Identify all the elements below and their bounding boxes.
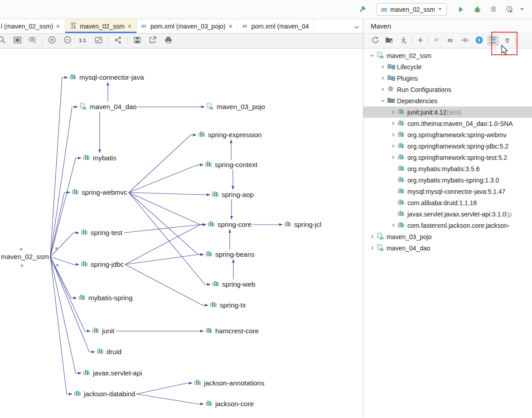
run-configuration-selector[interactable]: m maven_02_ssm [376, 3, 447, 16]
tree-row-mysql-mysql-connector-java-5-1-47[interactable]: mysql:mysql-connector-java:5.1.47 [363, 186, 532, 197]
tree-row-org-springframework-spring-webmv[interactable]: org.springframework:spring-webmv [363, 129, 532, 140]
actual-size-button[interactable]: 1:1 [77, 35, 89, 46]
coverage-button[interactable] [488, 4, 499, 15]
selection-handle[interactable] [56, 264, 58, 266]
diagram-node-spring-web[interactable]: spring-web [212, 280, 255, 288]
diagram-node-jackson-databind[interactable]: jackson-databind [74, 390, 135, 398]
edge-spring-webmvc-to-spring-core [129, 192, 206, 225]
collapse-all-button[interactable] [501, 35, 513, 46]
diagram-node-mysql-connector-java[interactable]: mysql-connector-java [69, 73, 144, 81]
refresh-button[interactable] [369, 35, 381, 46]
tree-row-org-springframework-spring-test-5-2[interactable]: org.springframework:spring-test:5.2 [363, 152, 532, 163]
add-button[interactable] [414, 35, 426, 46]
diagram-node-spring-jcl[interactable]: spring-jcl [284, 221, 321, 228]
close-icon[interactable] [127, 24, 132, 29]
diagram-node-jackson-core[interactable]: jackson-core [205, 400, 254, 408]
close-icon[interactable] [228, 24, 233, 29]
tab-maven_02_ssm[interactable]: maven_02_ssm [65, 19, 137, 33]
chevron-right-icon[interactable] [378, 76, 387, 80]
diagram-node-spring-jdbc[interactable]: spring-jdbc [81, 260, 124, 268]
tree-row-scope: (p [506, 211, 512, 218]
diagram-node-spring-core[interactable]: spring-core [208, 221, 251, 228]
diagram-node-jackson-annotations[interactable]: jackson-annotations [194, 379, 264, 387]
tree-row-org-mybatis-mybatis-spring-1-3-0[interactable]: org.mybatis:mybatis-spring:1.3.0 [363, 174, 532, 186]
chevron-right-icon[interactable] [388, 121, 397, 125]
tree-row-plugins[interactable]: Plugins [363, 72, 532, 84]
tab-overflow-chevron-icon[interactable] [354, 23, 359, 31]
selection-handle[interactable] [20, 248, 22, 250]
selection-handle[interactable] [55, 247, 58, 250]
tree-row-org-mybatis-mybatis-3-5-6[interactable]: org.mybatis:mybatis:3.5.6 [363, 163, 532, 174]
tree-row-junit-junit-4-12[interactable]: junit:junit:4.12 (test) [363, 106, 532, 118]
hammer-build-icon[interactable] [356, 4, 368, 15]
chevron-right-icon[interactable] [368, 235, 377, 239]
show-dependencies-button[interactable] [487, 35, 499, 46]
chevron-right-icon[interactable] [388, 223, 397, 227]
tree-row-lifecycle[interactable]: Lifecycle [363, 61, 532, 72]
selection-handle[interactable] [21, 264, 23, 267]
lib-icon [397, 108, 407, 116]
diagram-node-maven_02_ssm[interactable]: maven_02_ssm [1, 253, 49, 260]
chevron-right-icon[interactable] [388, 144, 397, 148]
diagram-node-label: javax.servlet-api [93, 369, 142, 377]
zoom-tool-button[interactable] [0, 35, 8, 46]
chevron-right-icon[interactable] [378, 65, 387, 69]
chevron-right-icon[interactable] [388, 110, 397, 114]
close-icon[interactable] [56, 24, 60, 29]
sync-folder-button[interactable] [383, 35, 395, 46]
tab-pom-xml-maven_04[interactable]: mpom.xml (maven_04 [238, 19, 314, 33]
tree-row-com-alibaba-druid-1-1-16[interactable]: com.alibaba:druid:1.1.16 [363, 197, 532, 208]
diagram-node-maven_03_pojo[interactable]: mmaven_03_pojo [206, 102, 265, 111]
download-sources-button[interactable] [397, 35, 409, 46]
zoom-out-button[interactable] [62, 35, 73, 46]
debug-button[interactable] [471, 4, 483, 15]
export-button[interactable] [147, 35, 159, 46]
toolbar-dropdown-icon[interactable] [520, 8, 524, 10]
diagram-node-druid[interactable]: druid [97, 348, 121, 356]
eye-button[interactable] [27, 35, 39, 46]
tree-row-org-springframework-spring-jdbc-5-2[interactable]: org.springframework:spring-jdbc:5.2 [363, 140, 532, 152]
tree-row-com-itheima-maven_04_dao-1-0-sna[interactable]: com.itheima:maven_04_dao:1.0-SNA [363, 118, 532, 129]
print-button[interactable] [162, 35, 174, 46]
tab-l-maven_02_ssm-[interactable]: l (maven_02_ssm) [0, 19, 65, 33]
chevron-right-icon[interactable] [368, 246, 377, 250]
diagram-node-spring-tx[interactable]: spring-tx [210, 301, 246, 309]
tree-row-maven_04_dao[interactable]: mmaven_04_dao [363, 242, 532, 254]
chevron-down-icon[interactable] [368, 53, 377, 58]
diagram-node-javax-servlet-api[interactable]: javax.servlet-api [83, 369, 142, 377]
chevron-right-icon[interactable] [388, 133, 397, 137]
chevron-right-icon[interactable] [388, 155, 397, 159]
diagram-node-hamcrest-core[interactable]: hamcrest-core [205, 327, 259, 335]
tab-pom-xml-maven_03_pojo-[interactable]: mpom.xml (maven_03_pojo) [137, 19, 238, 33]
tree-row-maven_03_pojo[interactable]: mmaven_03_pojo [363, 231, 532, 242]
fit-content-button[interactable] [92, 35, 104, 46]
offline-lightning-button[interactable] [473, 35, 485, 46]
skip-tests-button[interactable] [459, 35, 471, 46]
tree-row-javax-servlet-javax-servlet-api-3-1-0[interactable]: javax.servlet:javax.servlet-api:3.1.0 (p [363, 208, 532, 220]
tree-row-run-configurations[interactable]: Run Configurations [363, 84, 532, 95]
tree-row-com-fasterxml-jackson-core-jackson-[interactable]: com.fasterxml.jackson.core:jackson- [363, 220, 532, 231]
diagram-node-spring-webmvc[interactable]: spring-webmvc [72, 188, 127, 196]
diagram-node-mybatis[interactable]: mybatis [83, 154, 116, 162]
diagram-node-spring-aop[interactable]: spring-aop [212, 191, 254, 198]
profiler-button[interactable] [504, 4, 516, 15]
diagram-node-spring-beans[interactable]: spring-beans [205, 250, 255, 258]
tree-row-dependencies[interactable]: Dependencies [363, 95, 532, 106]
maven-goal-button[interactable]: m [445, 35, 457, 46]
save-button[interactable] [131, 35, 143, 46]
zoom-in-button[interactable] [46, 35, 58, 46]
diagram-node-spring-test[interactable]: spring-test [81, 229, 122, 236]
diagram-node-mybatis-spring[interactable]: mybatis-spring [78, 294, 133, 302]
chevron-down-icon[interactable] [378, 99, 387, 103]
diagram-node-spring-context[interactable]: spring-context [205, 161, 257, 168]
diagram-node-spring-expression[interactable]: spring-expression [198, 131, 261, 139]
filmstrip-button[interactable] [11, 35, 23, 46]
diagram-node-junit[interactable]: junit [92, 327, 115, 335]
run-button[interactable] [455, 4, 467, 15]
chevron-right-icon[interactable] [378, 87, 387, 91]
run-disabled-button[interactable] [431, 35, 443, 46]
diagram-node-maven_04_dao[interactable]: mmaven_04_dao [79, 102, 136, 111]
graph-layout-button[interactable] [112, 35, 124, 46]
zoom-in-icon [48, 36, 56, 46]
tree-row-maven_02_ssm[interactable]: mmaven_02_ssm [363, 50, 532, 61]
